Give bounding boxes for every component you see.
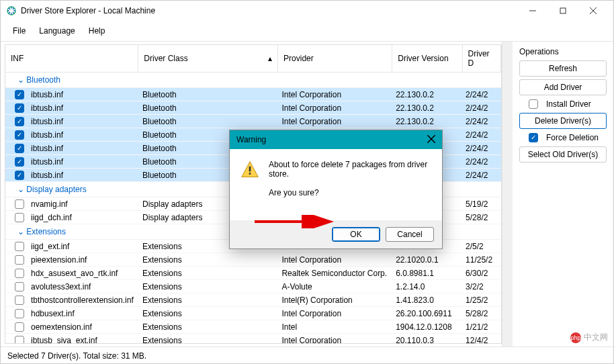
cell-inf: ibtusb.inf (28, 171, 140, 180)
cell-date: 2/24/2 (463, 90, 501, 99)
cell-version: 22.130.0.2 (393, 103, 463, 113)
menu-language[interactable]: Language (34, 24, 80, 38)
dialog-message-2: Are you sure? (269, 188, 431, 197)
row-checkbox[interactable] (15, 336, 24, 344)
group-row[interactable]: ⌄ Bluetooth (5, 73, 501, 88)
cell-class: Bluetooth (140, 90, 279, 99)
col-date[interactable]: Driver D (463, 45, 501, 72)
operations-panel: Operations Refresh Add Driver Install Dr… (513, 42, 613, 347)
table-row[interactable]: ibtusb.infBluetoothIntel Corporation22.1… (5, 115, 501, 128)
cell-date: 2/24/2 (463, 144, 501, 153)
dialog-ok-button[interactable]: OK (332, 227, 380, 242)
row-checkbox[interactable] (15, 157, 24, 167)
row-checkbox[interactable] (15, 199, 24, 209)
col-provider[interactable]: Provider (278, 45, 392, 72)
watermark-text: 中文网 (584, 332, 608, 343)
cell-class: Bluetooth (140, 103, 279, 113)
row-checkbox[interactable] (15, 103, 24, 113)
cell-inf: hdx_asusext_avo_rtk.inf (28, 269, 140, 278)
col-driver-class[interactable]: Driver Class▴ (138, 45, 278, 72)
cell-inf: iigd_dch.inf (28, 213, 140, 222)
dialog-message-1: About to force delete 7 packages from dr… (269, 160, 431, 179)
table-row[interactable]: pieextension.infExtensionsIntel Corporat… (5, 253, 501, 267)
cell-date: 1/21/2 (463, 322, 501, 332)
cell-inf: pieextension.inf (28, 255, 140, 265)
cell-provider: Intel(R) Corporation (279, 295, 393, 305)
dialog-titlebar[interactable]: Warning (230, 130, 442, 149)
table-row[interactable]: ibtusb.infBluetoothIntel Corporation22.1… (5, 101, 501, 115)
cell-date: 3/2/2 (463, 282, 501, 291)
cell-class: Bluetooth (140, 117, 279, 126)
sort-asc-icon: ▴ (268, 54, 272, 63)
svg-rect-2 (560, 8, 566, 13)
table-row[interactable]: oemextension.infExtensionsIntel1904.12.0… (5, 320, 501, 334)
menu-file[interactable]: File (7, 24, 31, 38)
row-checkbox[interactable] (15, 269, 24, 278)
cell-version: 22.130.0.2 (393, 90, 463, 99)
row-checkbox[interactable] (15, 282, 24, 291)
cell-date: 12/4/2 (463, 336, 501, 344)
table-row[interactable]: avolutess3ext.infExtensionsA-Volute1.2.1… (5, 280, 501, 293)
row-checkbox[interactable] (15, 144, 24, 153)
dialog-cancel-button[interactable]: Cancel (386, 227, 434, 242)
table-row[interactable]: hdx_asusext_avo_rtk.infExtensionsRealtek… (5, 267, 501, 280)
vertical-scrollbar[interactable] (502, 42, 513, 347)
cell-provider: Realtek Semiconductor Corp. (279, 269, 393, 278)
grid-header: INF Driver Class▴ Provider Driver Versio… (5, 45, 501, 73)
row-checkbox[interactable] (15, 242, 24, 251)
cell-inf: nvamig.inf (28, 199, 140, 209)
refresh-button[interactable]: Refresh (519, 60, 607, 77)
titlebar: Driver Store Explorer - Local Machine (1, 1, 613, 21)
cell-class: Extensions (140, 336, 279, 344)
cell-date: 5/28/2 (463, 309, 501, 318)
dialog-close-icon[interactable] (427, 135, 435, 145)
force-deletion-label: Force Deletion (546, 133, 599, 142)
menu-help[interactable]: Help (83, 24, 111, 38)
cell-inf: ibtusb.inf (28, 144, 140, 153)
add-driver-button[interactable]: Add Driver (519, 79, 607, 95)
table-row[interactable]: ibtusb.infBluetoothIntel Corporation22.1… (5, 88, 501, 101)
col-version[interactable]: Driver Version (392, 45, 462, 72)
row-checkbox[interactable] (15, 295, 24, 305)
row-checkbox[interactable] (15, 255, 24, 265)
install-driver-checkbox[interactable] (529, 99, 538, 109)
status-text: Selected 7 Driver(s). Total size: 31 MB. (7, 351, 146, 361)
dialog-text: About to force delete 7 packages from dr… (269, 160, 431, 207)
row-checkbox[interactable] (15, 309, 24, 318)
dialog-body: About to force delete 7 packages from dr… (230, 149, 442, 220)
cell-provider: Intel Corporation (279, 309, 393, 318)
cell-date: 2/24/2 (463, 117, 501, 126)
cell-inf: ibtusb.inf (28, 157, 140, 167)
window-controls (517, 1, 608, 20)
row-checkbox[interactable] (15, 90, 24, 99)
watermark-logo-icon: php (570, 332, 581, 343)
warning-dialog: Warning About to force delete 7 packages… (229, 130, 443, 249)
cell-inf: tbthostcontrollerextension.inf (28, 295, 140, 305)
close-button[interactable] (578, 1, 608, 20)
table-row[interactable]: ibtusb_siva_ext.infExtensionsIntel Corpo… (5, 334, 501, 343)
cell-version: 20.110.0.3 (393, 336, 463, 344)
maximize-button[interactable] (547, 1, 578, 20)
cell-version: 6.0.8981.1 (393, 269, 463, 278)
row-checkbox[interactable] (15, 322, 24, 332)
table-row[interactable]: tbthostcontrollerextension.infExtensions… (5, 293, 501, 307)
row-checkbox[interactable] (15, 171, 24, 180)
cell-inf: avolutess3ext.inf (28, 282, 140, 291)
cell-date: 5/19/2 (463, 199, 501, 209)
cell-provider: Intel Corporation (279, 90, 393, 99)
row-checkbox[interactable] (15, 213, 24, 222)
dialog-actions: OK Cancel (230, 220, 442, 248)
delete-drivers-button[interactable]: Delete Driver(s) (519, 113, 607, 129)
col-inf[interactable]: INF (5, 45, 138, 72)
row-checkbox[interactable] (15, 117, 24, 126)
cell-class: Extensions (140, 309, 279, 318)
table-row[interactable]: hdbusext.infExtensionsIntel Corporation2… (5, 307, 501, 320)
cell-inf: ibtusb.inf (28, 117, 140, 126)
row-checkbox[interactable] (15, 130, 24, 140)
cell-class: Extensions (140, 255, 279, 265)
cell-provider: Intel (279, 322, 393, 332)
minimize-button[interactable] (517, 1, 547, 20)
cell-provider: A-Volute (279, 282, 393, 291)
force-deletion-checkbox[interactable] (529, 133, 538, 142)
select-old-drivers-button[interactable]: Select Old Driver(s) (519, 146, 607, 163)
